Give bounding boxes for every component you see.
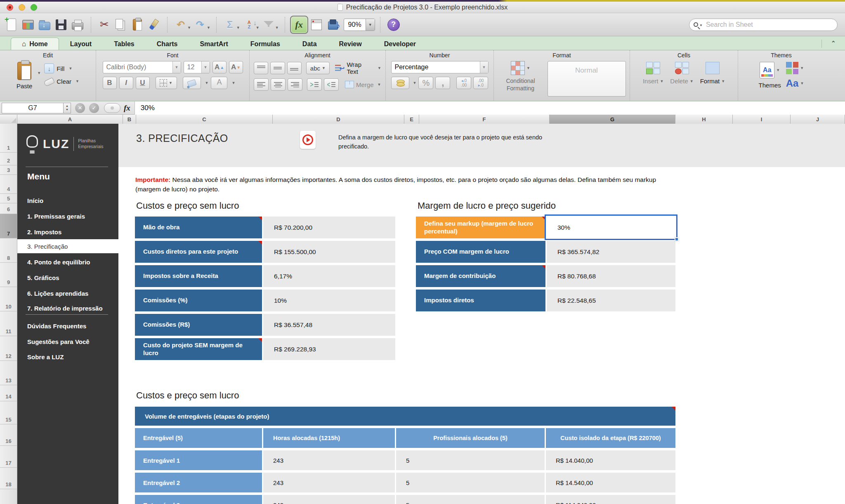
row-header-10[interactable]: 10: [0, 287, 17, 311]
row-label-cell[interactable]: Comissões (R$): [135, 314, 262, 336]
row-header-11[interactable]: 11: [0, 311, 17, 336]
paste-button[interactable]: [129, 16, 146, 33]
help-button[interactable]: ?: [385, 16, 402, 33]
sheet-area[interactable]: 123456789101112131415161718 3. PRECIFICA…: [0, 124, 845, 504]
column-header-G[interactable]: G: [550, 115, 675, 124]
tab-developer[interactable]: Developer: [373, 38, 427, 50]
fill-color-button[interactable]: [183, 77, 201, 89]
decrease-font-button[interactable]: A▼: [229, 61, 243, 73]
align-right-button[interactable]: [288, 78, 302, 91]
row-value-cell[interactable]: R$ 269.228,93: [263, 338, 395, 360]
tab-tables[interactable]: Tables: [103, 38, 146, 50]
professionals-cell[interactable]: 5: [396, 473, 545, 492]
text-orientation-button[interactable]: abc▼: [306, 62, 330, 74]
font-size-dropdown-arrow[interactable]: ▼: [201, 61, 210, 73]
font-size-select[interactable]: 12 ▼: [184, 61, 210, 73]
row-label-cell[interactable]: Mão de obra: [135, 217, 262, 238]
sidebar-item-1[interactable]: 1. Premissas gerais: [17, 209, 118, 224]
wrap-text-dropdown-arrow[interactable]: ▼: [378, 66, 381, 70]
open-button[interactable]: [36, 16, 53, 33]
clear-button[interactable]: Clear ▼: [44, 78, 79, 85]
template-gallery-button[interactable]: [20, 16, 36, 33]
sidebar-item-7[interactable]: 7. Relatório de impressão: [17, 301, 118, 316]
accept-entry-button[interactable]: ✓: [89, 103, 99, 113]
tab-review[interactable]: Review: [328, 38, 373, 50]
fill-color-dropdown-arrow[interactable]: ▼: [205, 81, 209, 85]
tab-data[interactable]: Data: [291, 38, 328, 50]
sidebar-item-4[interactable]: 4. Ponto de equilíbrio: [17, 254, 118, 269]
row-header-18[interactable]: 18: [0, 468, 17, 489]
sidebar-footer-item-2[interactable]: Sobre a LUZ: [17, 349, 118, 364]
sidebar-item-inicio[interactable]: Início: [17, 193, 118, 208]
professionals-cell[interactable]: 5: [396, 450, 545, 470]
sidebar-item-5[interactable]: 5. Gráficos: [17, 270, 118, 285]
save-button[interactable]: [53, 16, 69, 33]
row-header-7[interactable]: 7: [0, 214, 17, 238]
cancel-entry-button[interactable]: ✕: [75, 103, 85, 113]
font-color-button[interactable]: A: [211, 77, 227, 89]
row-value-cell[interactable]: R$ 22.548,65: [547, 290, 675, 311]
row-header-14[interactable]: 14: [0, 385, 17, 401]
delete-dropdown-arrow[interactable]: ▼: [690, 79, 694, 83]
number-format-dropdown-arrow[interactable]: ▼: [480, 61, 488, 73]
active-cell-selection[interactable]: [545, 214, 677, 240]
themes-button[interactable]: Aa▼ Themes: [759, 62, 781, 89]
autosum-button[interactable]: Σ: [222, 16, 238, 33]
row-label-cell[interactable]: Impostos sobre a Receita: [135, 265, 262, 287]
font-color-dropdown-arrow[interactable]: ▼: [231, 81, 235, 85]
deliverable-label-cell[interactable]: Entregável 1: [135, 450, 262, 470]
tab-layout[interactable]: Layout: [59, 38, 103, 50]
theme-fonts-dropdown-arrow[interactable]: ▼: [800, 81, 804, 85]
undo-button[interactable]: ↶: [172, 16, 189, 33]
wrap-text-label[interactable]: Wrap Text: [347, 61, 374, 75]
merge-label[interactable]: Merge: [356, 81, 374, 88]
new-workbook-button[interactable]: [3, 16, 20, 33]
tab-formulas[interactable]: Formulas: [239, 38, 291, 50]
column-header-J[interactable]: J: [791, 115, 845, 124]
row-label-cell[interactable]: Custo do projeto SEM margem de lucro: [135, 338, 262, 360]
sidebar-item-3[interactable]: 3. Precificação: [17, 239, 122, 253]
row-header-1[interactable]: 1: [0, 124, 17, 153]
align-bottom-button[interactable]: [287, 62, 302, 74]
theme-colors-button[interactable]: ▼: [786, 62, 804, 74]
themes-dropdown-arrow[interactable]: ▼: [776, 68, 780, 72]
row-value-cell[interactable]: R$ 365.574,82: [547, 241, 675, 263]
row-value-cell[interactable]: R$ 70.200,00: [263, 217, 395, 238]
search-in-sheet-box[interactable]: ▼ Search in Sheet: [689, 19, 838, 31]
select-all-corner[interactable]: [0, 115, 17, 124]
format-painter-button[interactable]: [146, 16, 162, 33]
align-center-button[interactable]: [271, 78, 286, 91]
row-header-5[interactable]: 5: [0, 194, 17, 203]
hours-cell[interactable]: 243: [263, 495, 395, 504]
row-header-9[interactable]: 9: [0, 263, 17, 287]
hours-cell[interactable]: 243: [263, 450, 395, 470]
abc-dropdown-arrow[interactable]: ▼: [322, 66, 326, 70]
borders-button[interactable]: ▼: [156, 77, 177, 89]
column-header-C[interactable]: C: [136, 115, 273, 124]
sort-button[interactable]: AZ↓: [241, 16, 257, 33]
formula-builder-toggle[interactable]: [104, 103, 120, 113]
row-header-4[interactable]: 4: [0, 175, 17, 194]
row-label-cell[interactable]: Comissões (%): [135, 290, 262, 311]
fill-dropdown-arrow[interactable]: ▼: [68, 66, 72, 71]
row-value-cell[interactable]: R$ 80.768,68: [547, 265, 675, 287]
row-value-cell[interactable]: R$ 36.557,48: [263, 314, 395, 336]
deliverables-banner[interactable]: Volume de entregáveis (etapas do projeto…: [135, 407, 675, 426]
zoom-control[interactable]: 90% ▼: [344, 19, 375, 31]
cost-cell[interactable]: R$ 14.540,00: [546, 473, 675, 492]
media-browser-button[interactable]: [325, 16, 341, 33]
filter-button[interactable]: [260, 16, 277, 33]
row-header-12[interactable]: 12: [0, 336, 17, 361]
theme-fonts-button[interactable]: Aa▼: [786, 78, 804, 89]
header-cell[interactable]: Profissionais alocados (5): [396, 428, 545, 448]
clear-dropdown-arrow[interactable]: ▼: [76, 79, 79, 83]
align-top-button[interactable]: [254, 62, 268, 74]
comma-format-button[interactable]: ,: [435, 77, 450, 89]
increase-decimal-button[interactable]: .00▸.0: [473, 77, 488, 89]
sidebar-footer-item-0[interactable]: Dúvidas Frequentes: [17, 318, 118, 333]
row-label-cell[interactable]: Preço COM margem de lucro: [416, 241, 545, 263]
column-header-A[interactable]: A: [17, 115, 123, 124]
redo-button[interactable]: ↷: [192, 16, 208, 33]
column-header-D[interactable]: D: [273, 115, 404, 124]
tab-home[interactable]: ⌂Home: [11, 38, 59, 50]
